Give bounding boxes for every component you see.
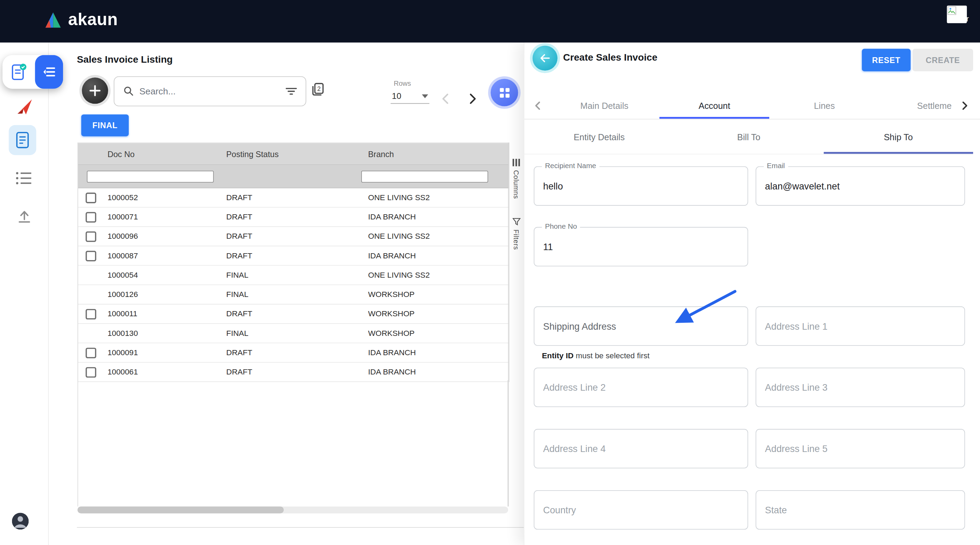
address-line-4-field[interactable]: Address Line 4	[534, 429, 748, 468]
table-row[interactable]: 1000071 DRAFT IDA BRANCH Si	[78, 208, 509, 227]
row-checkbox[interactable]	[85, 309, 96, 319]
phone-no-field[interactable]: Phone No 11	[534, 227, 748, 266]
rows-per-page-select[interactable]: 10	[390, 91, 430, 104]
helper-rest: must be selected first	[574, 351, 650, 360]
user-avatar[interactable]: user	[945, 5, 980, 30]
branch-cell: WORKSHOP	[364, 329, 506, 338]
email-value: alan@wavelet.net	[765, 167, 840, 205]
row-checkbox[interactable]	[85, 347, 96, 358]
subtab-bill-to[interactable]: Bill To	[674, 119, 823, 154]
country-label: Country	[543, 491, 576, 529]
address-line-5-field[interactable]: Address Line 5	[756, 429, 965, 468]
filters-toggle-button[interactable]: Filters	[512, 218, 520, 250]
row-checkbox[interactable]	[85, 192, 96, 203]
chevron-down-icon	[422, 94, 428, 98]
tab-main-details[interactable]: Main Details	[549, 92, 659, 119]
posting-status-cell: DRAFT	[222, 348, 364, 357]
table-row[interactable]: 1000061 DRAFT IDA BRANCH Jo	[78, 363, 509, 382]
filter-list-icon[interactable]	[285, 87, 297, 96]
table-row[interactable]: 1000091 DRAFT IDA BRANCH wa	[78, 343, 509, 362]
header-doc-no[interactable]: Doc No	[103, 149, 222, 158]
row-checkbox-cell	[78, 212, 103, 222]
grid-icon	[498, 86, 511, 99]
email-field[interactable]: Email alan@wavelet.net	[756, 166, 965, 206]
table-row[interactable]: 1000126 FINAL WORKSHOP wa	[78, 285, 509, 304]
create-button[interactable]: CREATE	[913, 49, 973, 71]
row-checkbox[interactable]	[85, 250, 96, 261]
branch-cell: IDA BRANCH	[364, 368, 506, 376]
row-checkbox[interactable]	[85, 367, 96, 378]
tab-settlement[interactable]: Settleme	[880, 92, 956, 119]
apps-grid-button[interactable]	[491, 79, 518, 107]
tab-lines[interactable]: Lines	[769, 92, 879, 119]
doc-no-cell: 1000087	[103, 252, 222, 260]
duplicate-pages-button[interactable]: 2	[310, 82, 325, 97]
table-row[interactable]: 1000011 DRAFT WORKSHOP Ka	[78, 304, 509, 324]
row-checkbox-cell	[78, 309, 103, 319]
tab-scroll-left-button[interactable]	[529, 92, 546, 118]
row-checkbox[interactable]	[85, 212, 96, 222]
final-filter-button[interactable]: FINAL	[81, 115, 129, 136]
row-checkbox[interactable]	[85, 231, 96, 242]
sidebar-item-red-app[interactable]	[0, 97, 48, 116]
plus-icon	[89, 84, 101, 97]
tab-scroll-right-button[interactable]	[957, 92, 973, 118]
doc-no-cell: 1000011	[103, 309, 222, 318]
header-branch[interactable]: Branch	[364, 149, 506, 158]
address-line-2-field[interactable]: Address Line 2	[534, 368, 748, 407]
doc-no-cell: 1000126	[103, 290, 222, 299]
tab-account[interactable]: Account	[659, 92, 769, 119]
posting-status-cell: FINAL	[222, 329, 364, 338]
search-input[interactable]	[138, 78, 283, 105]
recipient-name-field[interactable]: Recipient Name hello	[534, 166, 748, 206]
sidebar-item-sales-invoice-active[interactable]	[9, 125, 36, 155]
brand-logo[interactable]: akaun	[44, 10, 118, 29]
horizontal-scrollbar[interactable]	[78, 507, 508, 513]
shipping-address-field[interactable]: Shipping Address	[534, 306, 748, 346]
country-field[interactable]: Country	[534, 490, 748, 529]
doc-no-filter-input[interactable]	[87, 171, 213, 183]
main-tabs: Main Details Account Lines Settleme	[525, 92, 980, 120]
chevron-left-icon	[439, 92, 451, 105]
header-posting-status[interactable]: Posting Status	[222, 149, 364, 158]
back-button[interactable]	[532, 45, 557, 71]
branch-filter-input[interactable]	[361, 171, 488, 183]
branch-cell: ONE LIVING SS2	[364, 193, 506, 202]
posting-status-cell: FINAL	[222, 290, 364, 299]
address-line-3-label: Address Line 3	[765, 368, 828, 406]
address-line-3-field[interactable]: Address Line 3	[756, 368, 965, 407]
table-filter-row	[78, 165, 509, 188]
subtab-entity-details[interactable]: Entity Details	[525, 119, 674, 154]
prev-page-button[interactable]	[439, 92, 451, 105]
table-row[interactable]: 1000130 FINAL WORKSHOP te	[78, 324, 509, 343]
address-line-2-label: Address Line 2	[543, 368, 606, 406]
table-row[interactable]: 1000087 DRAFT IDA BRANCH wa	[78, 246, 509, 266]
add-invoice-button[interactable]	[82, 78, 108, 104]
next-page-button[interactable]	[468, 92, 479, 105]
posting-status-cell: DRAFT	[222, 232, 364, 241]
row-checkbox-cell	[78, 367, 103, 378]
columns-label: Columns	[512, 170, 520, 199]
table-row[interactable]: 1000052 DRAFT ONE LIVING SS2	[78, 188, 509, 207]
search-box	[114, 76, 306, 106]
table-row[interactable]: 1000096 DRAFT ONE LIVING SS2 Re	[78, 227, 509, 246]
reset-button[interactable]: RESET	[862, 49, 911, 71]
table-row[interactable]: 1000054 FINAL ONE LIVING SS2	[78, 266, 509, 285]
doc-no-cell: 1000096	[103, 232, 222, 241]
sidebar-item-upload[interactable]	[0, 209, 48, 224]
panel-bottom-divider	[77, 527, 524, 528]
create-sales-invoice-drawer: Create Sales Invoice RESET CREATE Main D…	[524, 42, 980, 545]
sidebar-item-listing[interactable]	[0, 171, 48, 185]
sidebar-user-avatar[interactable]	[12, 513, 29, 529]
doc-no-cell: 1000130	[103, 329, 222, 338]
sidebar-toggle[interactable]	[2, 55, 63, 89]
address-line-1-label: Address Line 1	[765, 307, 828, 345]
state-field[interactable]: State	[756, 490, 965, 529]
scrollbar-thumb[interactable]	[78, 507, 284, 513]
rows-per-page-value: 10	[392, 91, 401, 100]
branch-cell: IDA BRANCH	[364, 252, 506, 260]
address-line-1-field[interactable]: Address Line 1	[756, 306, 965, 346]
columns-toggle-button[interactable]: Columns	[512, 159, 520, 199]
subtab-ship-to[interactable]: Ship To	[824, 119, 973, 154]
funnel-icon	[512, 218, 520, 226]
